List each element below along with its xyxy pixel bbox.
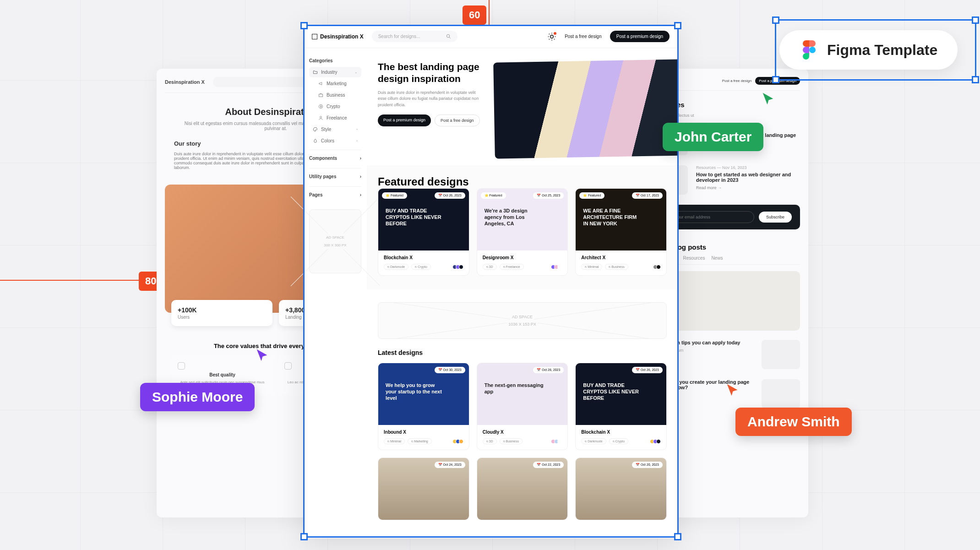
figma-selection-pill[interactable]	[775, 19, 976, 81]
ad-label: AD SPACE	[324, 234, 346, 241]
tab-item[interactable]: Resources	[683, 256, 705, 261]
value-icon	[284, 362, 292, 370]
selection-handle[interactable]	[972, 76, 979, 83]
bg-right-free-link: Post a free design	[722, 79, 751, 83]
badge-andrew: Andrew Smith	[735, 408, 852, 436]
cursor-icon	[254, 348, 270, 364]
ad-dimensions: 300 X 300 PX	[322, 241, 348, 249]
stat-value: +100K	[178, 306, 266, 314]
blog-thumb	[762, 379, 800, 408]
measure-line-top	[489, 0, 490, 25]
ad-label: AD SPACE	[511, 313, 534, 321]
resource-cat: Resources	[696, 165, 716, 170]
resource-title: How to get started as web designer and d…	[696, 172, 800, 183]
cursor-andrew	[724, 383, 740, 398]
selection-handle[interactable]	[772, 76, 779, 83]
cursor-icon	[760, 92, 776, 107]
subscribe-button[interactable]: Subscribe	[759, 212, 792, 223]
value-card-title: Best quality	[178, 372, 267, 377]
cursor-john	[760, 92, 776, 107]
measure-label-top: 60	[463, 5, 486, 25]
resource-date: Nov 16, 2023	[722, 165, 747, 170]
cursor-icon	[724, 383, 740, 398]
badge-sophie: Sophie Moore	[140, 383, 255, 411]
blog-thumb	[762, 340, 800, 369]
stat-label: Users	[178, 315, 190, 320]
tab-item[interactable]: News	[711, 256, 723, 261]
read-more: Read more →	[696, 185, 800, 190]
selection-handle[interactable]	[972, 16, 979, 24]
selection-handle[interactable]	[674, 22, 681, 29]
bg-left-logo: Desinspiration X	[165, 79, 205, 85]
selection-handle[interactable]	[674, 533, 681, 540]
ad-dimensions: 1036 X 153 PX	[507, 321, 538, 328]
figma-selection-main[interactable]	[303, 25, 679, 538]
badge-john: John Carter	[663, 123, 763, 151]
value-icon	[178, 362, 185, 370]
selection-handle[interactable]	[300, 533, 308, 540]
stat-card: +100KUsers	[171, 300, 272, 326]
cursor-sophie	[254, 348, 270, 364]
selection-handle[interactable]	[300, 22, 308, 29]
selection-handle[interactable]	[772, 16, 779, 24]
